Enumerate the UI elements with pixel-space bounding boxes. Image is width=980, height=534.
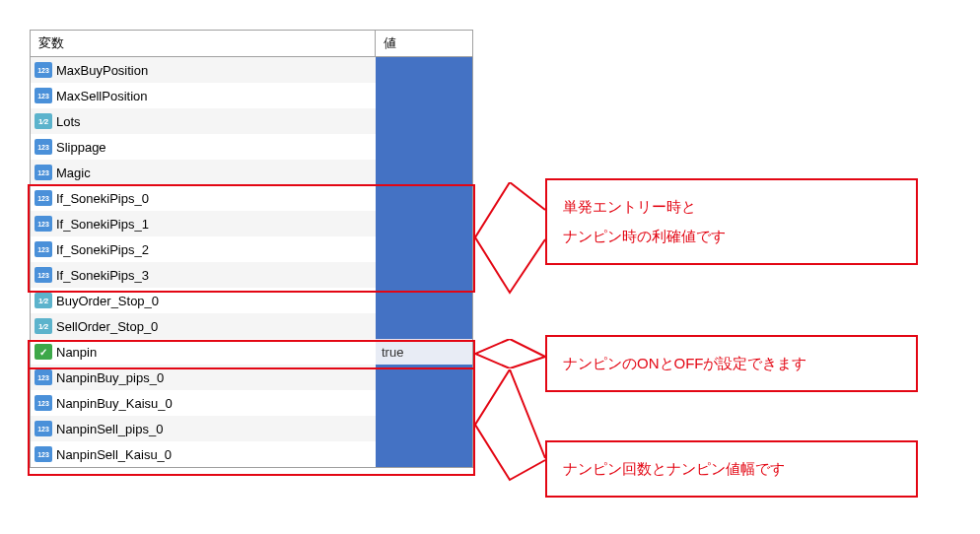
double-type-icon bbox=[35, 113, 52, 129]
param-name: If_SonekiPips_0 bbox=[56, 191, 149, 206]
double-type-icon bbox=[35, 318, 52, 334]
cell-name[interactable]: If_SonekiPips_1 bbox=[31, 216, 376, 232]
cell-value[interactable] bbox=[376, 441, 472, 467]
cell-name[interactable]: NanpinSell_Kaisu_0 bbox=[31, 446, 376, 462]
table-header: 変数 値 bbox=[31, 31, 472, 57]
param-name: If_SonekiPips_2 bbox=[56, 242, 149, 257]
table-row[interactable]: SellOrder_Stop_0 bbox=[31, 313, 472, 339]
int-type-icon bbox=[35, 216, 52, 232]
cell-value[interactable] bbox=[376, 262, 472, 288]
cell-value[interactable] bbox=[376, 288, 472, 313]
table-row[interactable]: NanpinBuy_Kaisu_0 bbox=[31, 390, 472, 416]
param-name: Lots bbox=[56, 114, 81, 129]
double-type-icon bbox=[35, 293, 52, 308]
connector-1 bbox=[475, 182, 546, 296]
cell-name[interactable]: Slippage bbox=[31, 139, 376, 155]
table-row[interactable]: Magic bbox=[31, 160, 472, 185]
cell-value[interactable]: true bbox=[376, 339, 472, 365]
header-name[interactable]: 変数 bbox=[31, 31, 376, 56]
cell-value[interactable] bbox=[376, 134, 472, 160]
cell-value[interactable] bbox=[376, 416, 472, 441]
int-type-icon bbox=[35, 62, 52, 78]
parameter-table: 変数 値 MaxBuyPositionMaxSellPositionLotsSl… bbox=[30, 30, 473, 468]
cell-value[interactable] bbox=[376, 390, 472, 416]
connector-2 bbox=[475, 339, 546, 368]
cell-name[interactable]: MaxSellPosition bbox=[31, 88, 376, 103]
cell-value[interactable] bbox=[376, 160, 472, 185]
annotation-nanpin-config: ナンピン回数とナンピン値幅です bbox=[545, 440, 918, 498]
param-name: Magic bbox=[56, 166, 91, 180]
int-type-icon bbox=[35, 139, 52, 155]
cell-name[interactable]: MaxBuyPosition bbox=[31, 62, 376, 78]
cell-name[interactable]: NanpinBuy_Kaisu_0 bbox=[31, 395, 376, 411]
int-type-icon bbox=[35, 446, 52, 462]
cell-name[interactable]: NanpinSell_pips_0 bbox=[31, 421, 376, 436]
table-row[interactable]: If_SonekiPips_3 bbox=[31, 262, 472, 288]
table-row[interactable]: If_SonekiPips_0 bbox=[31, 185, 472, 211]
int-type-icon bbox=[35, 421, 52, 436]
cell-name[interactable]: Magic bbox=[31, 165, 376, 180]
param-name: SellOrder_Stop_0 bbox=[56, 319, 158, 334]
cell-value[interactable] bbox=[376, 185, 472, 211]
annotation-text: ナンピン回数とナンピン値幅です bbox=[563, 460, 785, 477]
param-name: NanpinSell_pips_0 bbox=[56, 422, 163, 436]
int-type-icon bbox=[35, 190, 52, 206]
int-type-icon bbox=[35, 165, 52, 180]
param-name: Nanpin bbox=[56, 345, 97, 360]
cell-value[interactable] bbox=[376, 236, 472, 262]
table-row[interactable]: NanpinSell_Kaisu_0 bbox=[31, 441, 472, 467]
table-row[interactable]: BuyOrder_Stop_0 bbox=[31, 288, 472, 313]
table-body: MaxBuyPositionMaxSellPositionLotsSlippag… bbox=[31, 57, 472, 467]
int-type-icon bbox=[35, 241, 52, 257]
int-type-icon bbox=[35, 395, 52, 411]
cell-value[interactable] bbox=[376, 83, 472, 108]
table-row[interactable]: If_SonekiPips_1 bbox=[31, 211, 472, 236]
table-row[interactable]: Nanpintrue bbox=[31, 339, 472, 365]
header-value[interactable]: 値 bbox=[376, 31, 472, 56]
table-row[interactable]: Lots bbox=[31, 108, 472, 134]
annotation-text: 単発エントリー時と bbox=[563, 192, 900, 222]
table-row[interactable]: If_SonekiPips_2 bbox=[31, 236, 472, 262]
cell-name[interactable]: If_SonekiPips_2 bbox=[31, 241, 376, 257]
table-row[interactable]: NanpinSell_pips_0 bbox=[31, 416, 472, 441]
param-name: NanpinBuy_Kaisu_0 bbox=[56, 396, 173, 411]
cell-value[interactable] bbox=[376, 211, 472, 236]
annotation-text: ナンピン時の利確値です bbox=[563, 222, 900, 251]
int-type-icon bbox=[35, 267, 52, 283]
cell-name[interactable]: NanpinBuy_pips_0 bbox=[31, 369, 376, 385]
table-row[interactable]: NanpinBuy_pips_0 bbox=[31, 365, 472, 390]
connector-3 bbox=[475, 369, 546, 483]
table-row[interactable]: MaxSellPosition bbox=[31, 83, 472, 108]
cell-name[interactable]: If_SonekiPips_3 bbox=[31, 267, 376, 283]
param-name: MaxBuyPosition bbox=[56, 63, 148, 78]
param-name: If_SonekiPips_3 bbox=[56, 268, 149, 283]
cell-name[interactable]: Nanpin bbox=[31, 344, 376, 360]
table-row[interactable]: Slippage bbox=[31, 134, 472, 160]
int-type-icon bbox=[35, 369, 52, 385]
cell-name[interactable]: SellOrder_Stop_0 bbox=[31, 318, 376, 334]
cell-name[interactable]: BuyOrder_Stop_0 bbox=[31, 293, 376, 308]
annotation-soneki: 単発エントリー時と ナンピン時の利確値です bbox=[545, 178, 918, 265]
table-row[interactable]: MaxBuyPosition bbox=[31, 57, 472, 83]
param-name: MaxSellPosition bbox=[56, 89, 148, 103]
cell-value[interactable] bbox=[376, 57, 472, 83]
cell-value[interactable] bbox=[376, 108, 472, 134]
cell-value[interactable] bbox=[376, 313, 472, 339]
annotation-nanpin: ナンピンのONとOFFが設定できます bbox=[545, 335, 918, 392]
cell-value[interactable] bbox=[376, 365, 472, 390]
param-name: BuyOrder_Stop_0 bbox=[56, 294, 159, 308]
param-name: NanpinSell_Kaisu_0 bbox=[56, 447, 172, 462]
param-name: NanpinBuy_pips_0 bbox=[56, 370, 164, 385]
param-name: Slippage bbox=[56, 140, 106, 155]
int-type-icon bbox=[35, 88, 52, 103]
cell-name[interactable]: Lots bbox=[31, 113, 376, 129]
annotation-text: ナンピンのONとOFFが設定できます bbox=[563, 355, 807, 371]
param-name: If_SonekiPips_1 bbox=[56, 217, 149, 232]
bool-type-icon bbox=[35, 344, 52, 360]
cell-name[interactable]: If_SonekiPips_0 bbox=[31, 190, 376, 206]
